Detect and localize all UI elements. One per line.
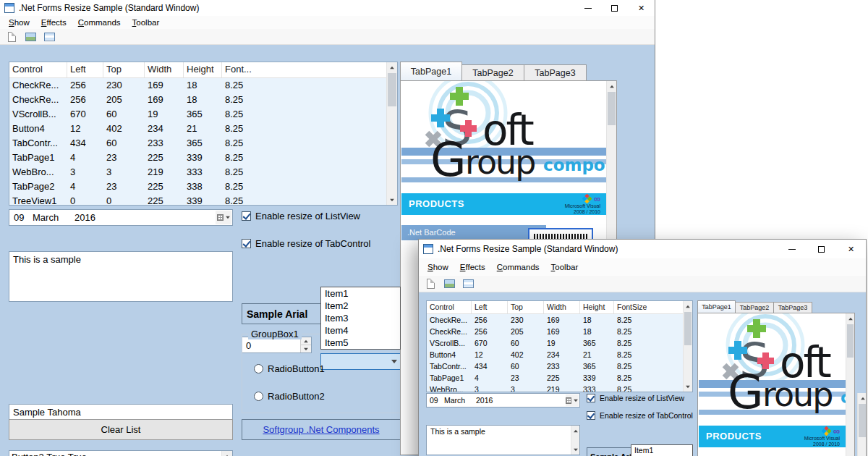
menu-item[interactable]: Effects bbox=[35, 18, 72, 27]
column-header[interactable]: FontSize bbox=[614, 301, 692, 313]
combo-item[interactable]: Item5 bbox=[321, 337, 400, 349]
form-vertical-scrollbar[interactable] bbox=[857, 393, 866, 456]
scrollbar-thumb[interactable] bbox=[388, 73, 396, 106]
combo-item[interactable]: Item4 bbox=[321, 324, 400, 337]
image-button[interactable] bbox=[441, 276, 457, 291]
maximize-button[interactable] bbox=[807, 240, 836, 258]
scrollbar-thumb[interactable] bbox=[608, 92, 616, 125]
combo-item[interactable]: Item3 bbox=[321, 312, 400, 324]
menu-item[interactable]: Show bbox=[422, 263, 454, 271]
table-row[interactable]: CheckRe...256230169188.25 bbox=[9, 78, 397, 93]
radiobutton1[interactable]: RadioButton1 bbox=[254, 363, 325, 374]
minimize-button[interactable] bbox=[777, 240, 807, 258]
minimize-button[interactable] bbox=[574, 0, 601, 16]
menu-item[interactable]: Toolbar bbox=[127, 18, 166, 27]
scroll-down-button[interactable] bbox=[387, 195, 397, 205]
column-header[interactable]: Height bbox=[580, 301, 614, 313]
new-file-button[interactable] bbox=[4, 30, 20, 44]
table-row[interactable]: TreeView1002253398.25 bbox=[9, 194, 397, 206]
titlebar[interactable]: .Net Forms Resize Sample (Standard Windo… bbox=[0, 0, 655, 16]
scroll-up-button[interactable] bbox=[846, 313, 854, 324]
table-row[interactable]: TabContr...434602333658.25 bbox=[427, 360, 692, 372]
column-header[interactable]: Left bbox=[472, 301, 508, 313]
table-row[interactable]: Button412402234218.25 bbox=[9, 122, 397, 136]
table-row[interactable]: CheckRe...256205169188.25 bbox=[9, 93, 397, 107]
tab[interactable]: TabPage1 bbox=[697, 300, 736, 313]
radiobutton2[interactable]: RadioButton2 bbox=[254, 391, 325, 402]
table-row[interactable]: CheckRe...256205169188.25 bbox=[427, 326, 692, 337]
scroll-up-button[interactable] bbox=[222, 451, 232, 456]
scrollbar-thumb[interactable] bbox=[684, 312, 692, 345]
column-header[interactable]: Top bbox=[103, 62, 145, 77]
column-header[interactable]: Width bbox=[544, 301, 580, 313]
scroll-up-button[interactable] bbox=[387, 62, 397, 72]
date-picker[interactable]: 09 March 2016 bbox=[9, 209, 233, 226]
date-picker-dropdown-button[interactable] bbox=[566, 394, 579, 406]
table-row[interactable]: TabPage14232253398.25 bbox=[9, 151, 397, 165]
grid-button[interactable] bbox=[41, 30, 57, 44]
maximize-button[interactable] bbox=[601, 0, 628, 16]
column-header[interactable]: Width bbox=[145, 62, 184, 77]
softgroup-link[interactable]: Softgroup .Net Components bbox=[263, 424, 379, 435]
listview-scrollbar[interactable] bbox=[683, 301, 692, 392]
menu-item[interactable]: Show bbox=[3, 18, 35, 27]
scrollbar-thumb[interactable] bbox=[859, 404, 866, 437]
column-header[interactable]: Height bbox=[184, 62, 222, 77]
table-cell: VScrollB... bbox=[427, 337, 472, 349]
column-header[interactable]: Font... bbox=[222, 62, 397, 77]
menu-item[interactable]: Commands bbox=[491, 263, 545, 271]
listview-scrollbar[interactable] bbox=[386, 62, 397, 205]
enable-resize-listview-checkbox[interactable]: Enable resize of ListView bbox=[587, 394, 684, 402]
tab[interactable]: TabPage1 bbox=[400, 62, 462, 80]
tab[interactable]: TabPage2 bbox=[462, 64, 524, 80]
close-button[interactable]: ✕ bbox=[628, 0, 655, 16]
column-header[interactable]: Top bbox=[508, 301, 544, 313]
table-row[interactable]: VScrollB...67060193658.25 bbox=[427, 337, 692, 349]
scroll-up-button[interactable] bbox=[858, 393, 866, 403]
scroll-down-button[interactable] bbox=[571, 444, 579, 455]
grid-button[interactable] bbox=[460, 276, 476, 291]
tab[interactable]: TabPage2 bbox=[736, 302, 774, 313]
date-picker-dropdown-button[interactable] bbox=[216, 211, 231, 224]
enable-resize-listview-checkbox[interactable]: Enable resize of ListView bbox=[242, 211, 360, 221]
listbox-scrollbar[interactable] bbox=[221, 451, 232, 456]
titlebar[interactable]: .Net Forms Resize Sample (Standard Windo… bbox=[419, 240, 866, 258]
date-picker[interactable]: 09 March 2016 bbox=[426, 393, 580, 408]
menu-item[interactable]: Commands bbox=[72, 18, 127, 27]
enable-resize-tabcontrol-checkbox[interactable]: Enable resize of TabControl bbox=[587, 411, 693, 420]
tab[interactable]: TabPage3 bbox=[524, 64, 587, 80]
scroll-up-button[interactable] bbox=[571, 426, 579, 436]
table-row[interactable]: TabContr...434602333658.25 bbox=[9, 136, 397, 151]
textbox-scrollbar[interactable] bbox=[571, 426, 579, 455]
log-item[interactable]: Button3 True True bbox=[9, 452, 221, 456]
column-header[interactable]: Left bbox=[67, 62, 103, 77]
menu-item[interactable]: Toolbar bbox=[545, 263, 584, 271]
table-row[interactable]: Button412402234218.25 bbox=[427, 349, 692, 360]
sample-textbox[interactable]: This is a sample bbox=[9, 251, 233, 302]
table-cell: 8.25 bbox=[614, 349, 692, 360]
column-header[interactable]: Control bbox=[9, 62, 67, 77]
table-row[interactable]: VScrollB...67060193658.25 bbox=[9, 107, 397, 122]
image-button[interactable] bbox=[22, 30, 38, 44]
table-row[interactable]: WebBro...332193338.25 bbox=[427, 384, 692, 392]
table-row[interactable]: WebBro...332193338.25 bbox=[9, 165, 397, 180]
table-row[interactable]: CheckRe...256230169188.25 bbox=[427, 314, 692, 326]
clear-list-button[interactable]: Clear List bbox=[9, 419, 233, 440]
sample-textbox[interactable]: This is a sample bbox=[426, 425, 580, 455]
table-row[interactable]: TabPage24232253388.25 bbox=[9, 180, 397, 194]
tab[interactable]: TabPage3 bbox=[774, 302, 812, 313]
close-button[interactable]: ✕ bbox=[836, 240, 866, 258]
table-row[interactable]: TabPage14232253398.25 bbox=[427, 372, 692, 384]
webbrowser-scrollbar[interactable] bbox=[846, 313, 854, 456]
new-file-button[interactable] bbox=[422, 276, 438, 291]
column-header[interactable]: Control bbox=[427, 301, 472, 313]
combo-item[interactable]: Item1 bbox=[631, 445, 692, 456]
scroll-up-button[interactable] bbox=[684, 301, 692, 311]
scroll-up-button[interactable] bbox=[607, 81, 616, 91]
menu-item[interactable]: Effects bbox=[454, 263, 491, 271]
scroll-down-button[interactable] bbox=[684, 381, 692, 392]
combo-item[interactable]: Item2 bbox=[321, 300, 400, 312]
scrollbar-thumb[interactable] bbox=[847, 324, 854, 358]
enable-resize-tabcontrol-checkbox[interactable]: Enable resize of TabControl bbox=[242, 238, 370, 249]
combo-item[interactable]: Item1 bbox=[321, 287, 400, 300]
